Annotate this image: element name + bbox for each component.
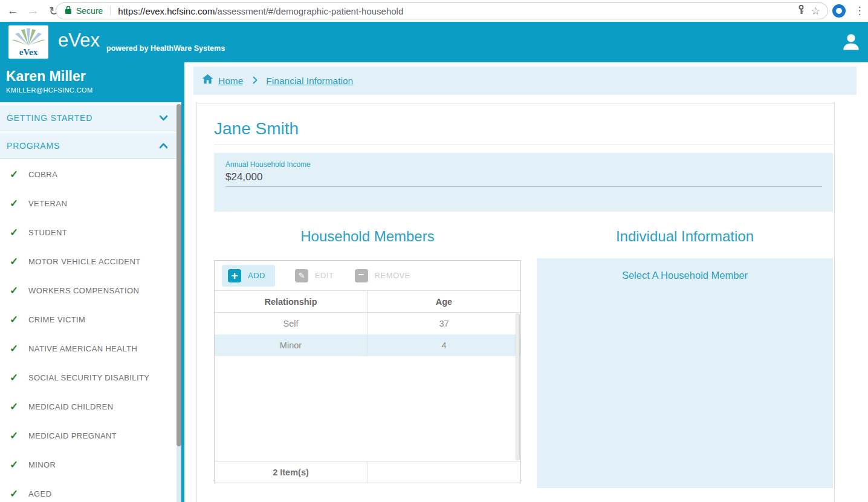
sidebar-scrollbar-track[interactable]	[177, 446, 181, 502]
household-members-grid: + ADD ✎ EDIT − REMOVE Relation	[214, 260, 521, 483]
remove-button[interactable]: − REMOVE	[355, 269, 410, 282]
program-label: COBRA	[28, 170, 57, 179]
footer-empty-cell	[368, 461, 520, 483]
table-row-minor[interactable]: Minor 4	[215, 334, 520, 356]
sidebar-item-medicaid-pregnant[interactable]: ✓ MEDICAID PREGNANT	[0, 421, 181, 450]
sidebar-item-minor[interactable]: ✓ MINOR	[0, 450, 181, 479]
column-header-relationship: Relationship	[215, 291, 368, 312]
pencil-icon: ✎	[295, 269, 308, 282]
table-row-self[interactable]: Self 37	[215, 313, 520, 334]
user-email: KMILLER@HCFSINC.COM	[6, 86, 175, 94]
password-key-icon[interactable]	[797, 5, 805, 17]
program-label: CRIME VICTIM	[28, 315, 85, 324]
income-panel: Annual Household Income $24,000	[214, 153, 833, 212]
browser-menu-icon[interactable]: ⋮	[853, 2, 866, 19]
check-icon: ✓	[10, 458, 25, 471]
household-members-column: Household Members + ADD ✎ EDIT −	[214, 228, 521, 488]
item-count: 2 Item(s)	[215, 461, 368, 483]
check-icon: ✓	[10, 197, 25, 210]
sidebar-scrollbar-thumb[interactable]	[177, 104, 181, 446]
sidebar-item-cobra[interactable]: ✓ COBRA	[0, 160, 181, 189]
table-header-row: Relationship Age	[215, 291, 520, 313]
program-label: MEDICAID CHILDREN	[28, 402, 113, 411]
household-members-title: Household Members	[214, 228, 521, 245]
assessment-card: Jane Smith Annual Household Income $24,0…	[196, 103, 835, 502]
sidebar-item-social-security-disability[interactable]: ✓ SOCIAL SECURITY DISABILITY	[0, 363, 181, 392]
sidebar-user-block: Karen Miller KMILLER@HCFSINC.COM	[0, 62, 181, 102]
table-scrollbar-thumb[interactable]	[516, 313, 520, 460]
plus-icon: +	[228, 269, 241, 282]
two-column-section: Household Members + ADD ✎ EDIT −	[214, 228, 833, 488]
breadcrumb: Home Financial Information	[193, 67, 857, 95]
program-label: MOTOR VEHICLE ACCIDENT	[28, 257, 141, 266]
app-header: eVex eVex powered by HealthWare Systems	[0, 22, 868, 62]
income-field[interactable]: $24,000	[225, 171, 822, 187]
program-label: MEDICAID PREGNANT	[28, 431, 117, 440]
address-bar[interactable]: Secure https://evex.hcfsinc.com/assessme…	[56, 2, 828, 19]
bookmark-star-icon[interactable]: ☆	[811, 5, 820, 18]
cell-relationship: Self	[215, 313, 368, 334]
user-name: Karen Miller	[6, 68, 175, 85]
sidebar-section-programs[interactable]: PROGRAMS	[0, 133, 181, 159]
check-icon: ✓	[10, 400, 25, 413]
check-icon: ✓	[10, 313, 25, 326]
sidebar-item-aged[interactable]: ✓ AGED	[0, 479, 181, 502]
sidebar-item-workers-compensation[interactable]: ✓ WORKERS COMPENSATION	[0, 276, 181, 305]
program-label: STUDENT	[28, 228, 67, 237]
check-icon: ✓	[10, 168, 25, 181]
cell-age: 37	[368, 313, 520, 334]
table-body: Self 37 Minor 4	[215, 313, 520, 461]
individual-information-column: Individual Information Select A Househol…	[537, 228, 833, 488]
edit-button-label: EDIT	[315, 271, 334, 280]
patient-name: Jane Smith	[214, 119, 834, 139]
add-button-label: ADD	[248, 271, 265, 280]
breadcrumb-home-link[interactable]: Home	[218, 76, 243, 86]
logo-text: eVex	[8, 47, 48, 57]
divider	[214, 145, 833, 145]
evex-logo[interactable]: eVex	[8, 25, 48, 59]
program-label: AGED	[28, 489, 51, 498]
sidebar-item-veteran[interactable]: ✓ VETERAN	[0, 189, 181, 218]
column-header-age: Age	[368, 291, 520, 312]
table-footer-row: 2 Item(s)	[215, 461, 520, 483]
chevron-down-icon	[159, 112, 168, 123]
sidebar-item-student[interactable]: ✓ STUDENT	[0, 218, 181, 247]
cell-age: 4	[368, 334, 520, 356]
check-icon: ✓	[10, 371, 25, 384]
chevron-up-icon	[159, 140, 168, 151]
lock-icon	[65, 5, 72, 17]
sidebar-item-native-american-health[interactable]: ✓ NATIVE AMERICAN HEALTH	[0, 334, 181, 363]
home-icon[interactable]	[202, 74, 213, 86]
sidebar-item-medicaid-children[interactable]: ✓ MEDICAID CHILDREN	[0, 392, 181, 421]
grid-toolbar: + ADD ✎ EDIT − REMOVE	[215, 261, 520, 291]
forward-icon[interactable]: →	[23, 4, 44, 18]
edit-button[interactable]: ✎ EDIT	[295, 269, 334, 282]
check-icon: ✓	[10, 342, 25, 355]
browser-profile-icon[interactable]	[832, 4, 846, 18]
section-label: GETTING STARTED	[7, 113, 159, 123]
url-text[interactable]: https://evex.hcfsinc.com/assessment/#/de…	[118, 6, 797, 16]
check-icon: ✓	[10, 226, 25, 239]
income-label: Annual Household Income	[225, 160, 822, 169]
remove-button-label: REMOVE	[375, 271, 410, 280]
individual-information-title: Individual Information	[537, 228, 833, 245]
add-button[interactable]: + ADD	[222, 265, 275, 287]
breadcrumb-chevron-icon	[253, 76, 257, 86]
individual-information-panel: Select A Household Member	[537, 258, 833, 488]
program-label: VETERAN	[28, 199, 67, 208]
back-icon[interactable]: ←	[2, 4, 23, 18]
brand-title: eVex	[58, 30, 100, 51]
powered-by-text: powered by HealthWare Systems	[106, 44, 225, 53]
sidebar-item-motor-vehicle-accident[interactable]: ✓ MOTOR VEHICLE ACCIDENT	[0, 247, 181, 276]
cell-relationship: Minor	[215, 334, 368, 356]
omnibox-divider	[110, 6, 111, 16]
sidebar-section-getting-started[interactable]: GETTING STARTED	[0, 105, 181, 131]
select-member-message: Select A Household Member	[537, 270, 833, 281]
program-list: ✓ COBRA ✓ VETERAN ✓ STUDENT ✓ MOTOR VEHI…	[0, 159, 181, 502]
secure-label: Secure	[76, 6, 103, 16]
sidebar-item-crime-victim[interactable]: ✓ CRIME VICTIM	[0, 305, 181, 334]
url-origin: https://evex.hcfsinc.com	[118, 6, 215, 16]
user-account-icon[interactable]	[840, 31, 862, 55]
breadcrumb-financial-link[interactable]: Financial Information	[266, 76, 353, 86]
url-path: /assessment/#/demographic-patient-househ…	[215, 6, 403, 16]
